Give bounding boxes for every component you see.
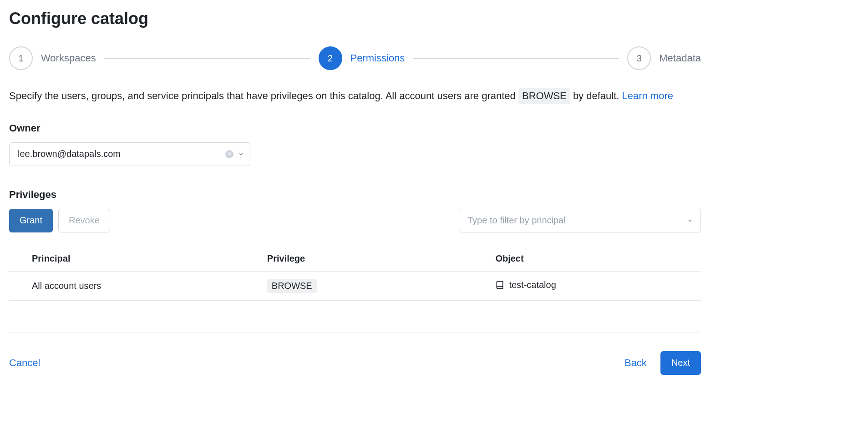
step-connector: [413, 58, 619, 59]
stepper: 1 Workspaces 2 Permissions 3 Metadata: [9, 46, 701, 70]
step-label-permissions: Permissions: [350, 52, 405, 64]
step-label-workspaces: Workspaces: [41, 52, 96, 64]
object-name: test-catalog: [509, 280, 556, 290]
table-row[interactable]: All account users BROWSE test-catalog: [9, 271, 701, 300]
step-connector: [104, 58, 310, 59]
browse-chip: BROWSE: [518, 88, 570, 104]
step-label-metadata: Metadata: [659, 52, 701, 64]
filter-placeholder: Type to filter by principal: [467, 215, 566, 226]
page-title: Configure catalog: [9, 9, 701, 28]
step-circle-3: 3: [627, 46, 651, 70]
privilege-chip: BROWSE: [267, 279, 317, 293]
step-circle-1: 1: [9, 46, 33, 70]
step-permissions[interactable]: 2 Permissions: [319, 46, 405, 70]
step-metadata[interactable]: 3 Metadata: [627, 46, 701, 70]
cell-privilege: BROWSE: [244, 271, 473, 300]
description-prefix: Specify the users, groups, and service p…: [9, 90, 518, 101]
footer: Cancel Back Next: [9, 333, 701, 375]
chevron-down-icon: [687, 217, 693, 224]
cell-object: test-catalog: [472, 271, 701, 300]
col-object: Object: [472, 246, 701, 272]
step-workspaces[interactable]: 1 Workspaces: [9, 46, 96, 70]
privileges-label: Privileges: [9, 189, 701, 201]
description-text: Specify the users, groups, and service p…: [9, 88, 701, 104]
learn-more-link[interactable]: Learn more: [622, 90, 674, 101]
owner-label: Owner: [9, 122, 701, 134]
col-privilege: Privilege: [244, 246, 473, 272]
chevron-down-icon[interactable]: [238, 151, 244, 157]
description-suffix: by default.: [573, 90, 622, 101]
cell-principal: All account users: [9, 271, 244, 300]
owner-value: lee.brown@datapals.com: [18, 149, 121, 159]
principal-filter[interactable]: Type to filter by principal: [460, 209, 701, 232]
cancel-button[interactable]: Cancel: [9, 357, 40, 369]
back-button[interactable]: Back: [624, 357, 647, 369]
catalog-icon: [495, 280, 504, 290]
revoke-button[interactable]: Revoke: [58, 209, 110, 232]
grant-button[interactable]: Grant: [9, 209, 53, 232]
clear-owner-icon[interactable]: ✕: [225, 150, 233, 158]
step-circle-2: 2: [319, 46, 342, 70]
privileges-table: Principal Privilege Object All account u…: [9, 246, 701, 301]
col-principal: Principal: [9, 246, 244, 272]
next-button[interactable]: Next: [660, 351, 701, 375]
owner-select[interactable]: lee.brown@datapals.com ✕: [9, 142, 250, 166]
